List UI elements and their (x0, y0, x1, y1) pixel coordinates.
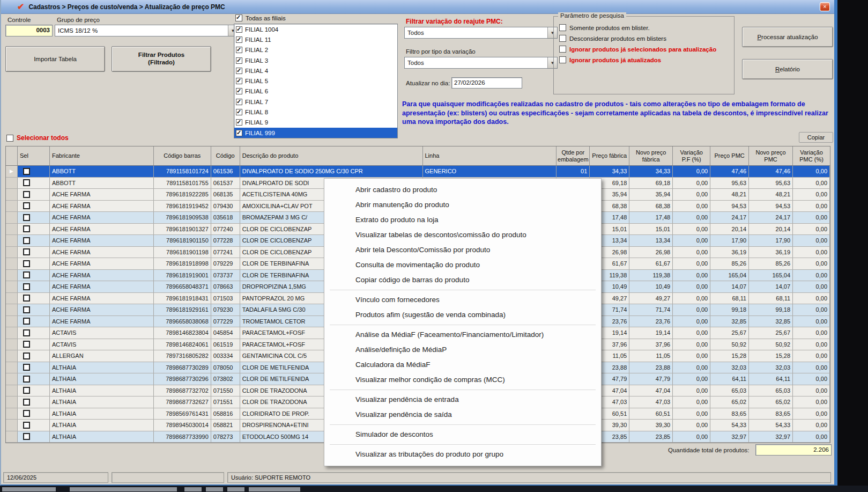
filial-checkbox[interactable]: ✓ (236, 47, 242, 53)
taskbar-item[interactable] (206, 487, 223, 491)
table-row[interactable]: ▶ABBOTT7891158101724061536DIVALPROATO DE… (6, 166, 830, 178)
filial-list[interactable]: ✓FILIAL 1004✓FILIAL 11✓FILIAL 2✓FILIAL 3… (234, 24, 398, 138)
row-select-checkbox[interactable] (23, 271, 30, 278)
filial-list-item[interactable]: ✓FILIAL 4 (234, 65, 397, 76)
row-select-checkbox[interactable] (23, 422, 30, 429)
row-select-checkbox[interactable] (23, 353, 30, 359)
relatorio-button[interactable]: Relatório (742, 59, 833, 79)
row-select-checkbox[interactable] (23, 364, 30, 371)
filial-list-item[interactable]: ✓FILIAL 6 (234, 86, 397, 97)
row-select-checkbox[interactable] (23, 295, 30, 302)
row-select-checkbox[interactable] (23, 376, 30, 383)
parametro-checkbox-box[interactable] (559, 35, 566, 42)
context-menu-item[interactable]: Visualizar pendência de entrada (324, 392, 601, 407)
filial-list-item[interactable]: ✓FILIAL 999 (234, 128, 397, 138)
filial-list-item[interactable]: ✓FILIAL 7 (234, 97, 397, 107)
context-menu-item[interactable]: Análise da MédiaF (Faceamento/Financiame… (324, 327, 601, 342)
parametro-checkbox-box[interactable] (559, 46, 566, 53)
context-menu-item[interactable]: Abrir manutenção do produto (324, 197, 601, 212)
context-menu-item[interactable]: Consulta de movimentação do produto (324, 258, 601, 273)
context-menu-item[interactable]: Visualizar tabelas de descontos\comissão… (324, 227, 601, 243)
filial-list-item[interactable]: ✓FILIAL 8 (234, 107, 397, 117)
context-menu-item[interactable]: Abrir cadastro do produto (324, 182, 601, 197)
filial-checkbox[interactable]: ✓ (236, 78, 242, 84)
close-button[interactable]: × (820, 2, 830, 11)
filial-list-item[interactable]: ✓FILIAL 9 (234, 118, 397, 128)
row-select-checkbox[interactable] (23, 214, 30, 221)
todas-filiais-checkbox[interactable]: ✓ Todas as filiais (235, 14, 286, 21)
context-menu-item[interactable]: Abrir tela Desconto/Comissão por produto (324, 243, 601, 258)
parametro-checkbox[interactable]: Somente produtos em blister. (559, 24, 731, 31)
row-indicator-cell (6, 304, 18, 315)
selecionar-todos-checkbox[interactable]: Selecionar todos (6, 134, 69, 142)
titlebar[interactable]: ✔ Cadastros > Preços de custo/venda > At… (1, 0, 834, 14)
row-select-checkbox[interactable] (23, 306, 30, 313)
codigo-barras-cell: 7896181909538 (154, 212, 211, 223)
filial-list-item[interactable]: ✓FILIAL 11 (234, 34, 397, 45)
parametro-checkbox[interactable]: Ignorar produtos já selecionados para at… (559, 46, 731, 53)
taskbar-item[interactable] (2, 487, 56, 491)
filial-checkbox[interactable]: ✓ (236, 130, 242, 136)
atualizar-dia-field[interactable]: 27/02/2026 (451, 77, 522, 89)
copiar-button[interactable]: Copiar (799, 132, 833, 143)
filial-checkbox[interactable]: ✓ (236, 68, 242, 74)
row-select-checkbox[interactable] (23, 168, 30, 175)
filial-checkbox[interactable]: ✓ (236, 88, 242, 94)
filial-checkbox[interactable]: ✓ (236, 99, 242, 105)
filial-list-item[interactable]: ✓FILIAL 2 (234, 45, 397, 55)
parametro-checkbox-box[interactable] (559, 56, 566, 63)
row-select-checkbox[interactable] (23, 248, 30, 255)
context-menu-item[interactable]: Produtos afim (sugestão de venda combina… (324, 307, 601, 322)
row-select-checkbox[interactable] (23, 202, 30, 209)
importar-tabela-button[interactable]: Importar Tabela (5, 46, 105, 72)
context-menu-item[interactable]: Vínculo com fornecedores (324, 292, 601, 307)
context-menu-item[interactable]: Simulador de descontos (324, 427, 601, 442)
row-select-checkbox[interactable] (23, 237, 30, 244)
row-select-checkbox[interactable] (23, 179, 30, 186)
processar-atualizacao-button[interactable]: Processar atualização (742, 27, 833, 47)
row-select-checkbox[interactable] (23, 260, 30, 267)
filtro-tipo-select[interactable]: Todos ▼ (404, 57, 558, 69)
context-menu-item[interactable]: Visualizar pendência de saída (324, 407, 601, 422)
row-indicator-cell (6, 362, 18, 373)
taskbar-item[interactable] (184, 487, 202, 491)
row-select-checkbox[interactable] (23, 399, 30, 406)
context-menu-item[interactable]: Calculadora da MédiaF (324, 357, 601, 372)
filial-checkbox[interactable]: ✓ (236, 57, 242, 64)
filial-checkbox[interactable]: ✓ (236, 26, 242, 33)
filial-list-item[interactable]: ✓FILIAL 5 (234, 76, 397, 86)
table-header-row: SelFabricanteCódigo barrasCódigoDescriçã… (6, 146, 830, 166)
row-select-checkbox[interactable] (23, 341, 30, 348)
filtrar-produtos-button[interactable]: Filtrar Produtos (Filtrado) (112, 46, 211, 72)
selecionar-todos-checkbox-box[interactable] (6, 135, 13, 142)
row-select-checkbox[interactable] (23, 410, 30, 417)
taskbar-item[interactable] (70, 487, 177, 491)
taskbar[interactable] (0, 486, 868, 492)
controle-field[interactable]: 0003 (5, 25, 53, 36)
context-menu-item[interactable]: Visualizar as tributações do produto por… (324, 447, 601, 462)
row-select-checkbox[interactable] (23, 283, 30, 290)
filial-list-item[interactable]: ✓FILIAL 1004 (234, 24, 397, 34)
parametro-checkbox[interactable]: Ignorar produtos já atualizados (559, 56, 731, 63)
grupo-preco-select[interactable]: ICMS 18/12 % ▼ (55, 25, 238, 36)
context-menu-item[interactable]: Análise/definição de MédiaP (324, 342, 601, 357)
context-menu-item[interactable]: Extrato do produto na loja (324, 212, 601, 227)
row-select-checkbox[interactable] (23, 191, 30, 198)
parametro-checkbox[interactable]: Desconsiderar produtos em blisters (559, 35, 731, 42)
parametro-checkbox-box[interactable] (559, 24, 566, 31)
filial-checkbox[interactable]: ✓ (236, 36, 242, 43)
context-menu-item[interactable]: Visualizar melhor condição de compras (M… (324, 372, 601, 387)
row-select-checkbox[interactable] (23, 329, 30, 336)
row-select-checkbox[interactable] (23, 387, 30, 394)
row-select-checkbox[interactable] (23, 318, 30, 325)
filial-checkbox[interactable]: ✓ (236, 119, 242, 126)
context-menu-item[interactable]: Copiar código de barras do produto (324, 273, 601, 288)
filial-list-item[interactable]: ✓FILIAL 3 (234, 55, 397, 65)
row-select-checkbox[interactable] (23, 225, 30, 232)
todas-filiais-checkbox-box[interactable]: ✓ (235, 14, 242, 21)
filial-checkbox[interactable]: ✓ (236, 109, 242, 115)
taskbar-item[interactable] (249, 487, 300, 491)
filtrar-variacao-select[interactable]: Todos ▼ (404, 27, 558, 39)
taskbar-item[interactable] (227, 487, 244, 491)
row-select-checkbox[interactable] (23, 433, 30, 440)
